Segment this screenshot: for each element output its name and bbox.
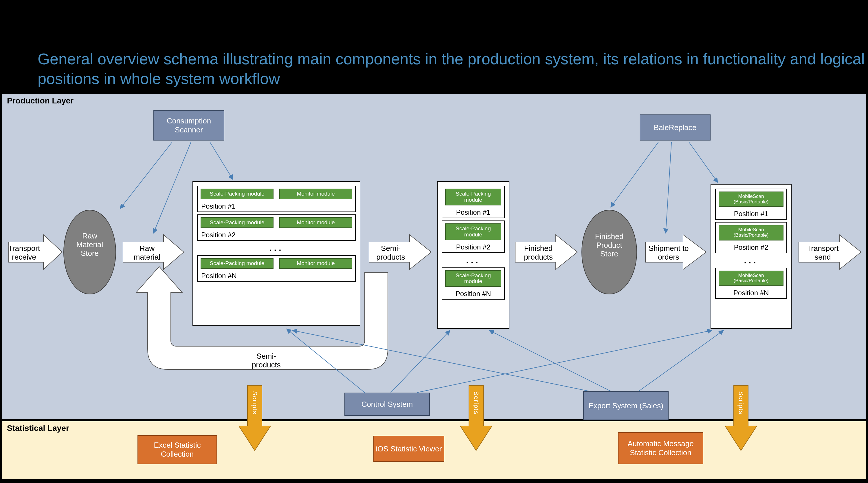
monitor-module: Monitor module: [279, 189, 352, 199]
position-c1: MobileScan (Basic/Portable) Position #1: [715, 189, 787, 220]
scripts-label-3: Scripts: [737, 391, 745, 415]
positions-group-a: Scale-Packing module Monitor module Posi…: [192, 181, 360, 326]
ios-statistic-node: iOS Statistic Viewer: [373, 436, 444, 462]
export-system-node: Export System (Sales): [583, 391, 669, 420]
position-label: Position #1: [445, 207, 501, 217]
recycle-label: Semi-products: [243, 352, 289, 369]
position-label: Position #2: [200, 230, 352, 239]
scale-packing-module: Scale-Packing module: [445, 189, 501, 205]
scale-packing-module: Scale-Packing module: [200, 217, 274, 228]
semi-products-label-top: Semi-products: [370, 244, 411, 262]
scale-packing-module: Scale-Packing module: [200, 258, 274, 269]
raw-material-label: Raw material: [130, 244, 164, 262]
mobilescan-module: MobileScan (Basic/Portable): [719, 192, 783, 207]
scripts-label-2: Scripts: [472, 391, 480, 415]
monitor-module: Monitor module: [279, 258, 352, 269]
ellipsis: ...: [466, 255, 480, 265]
excel-statistic-node: Excel Statistic Collection: [137, 435, 217, 464]
statistical-layer-title: Statistical Layer: [7, 424, 69, 433]
finished-products-label: Finished products: [520, 244, 557, 262]
position-label: Position #N: [445, 289, 501, 299]
scale-packing-module: Scale-Packing module: [200, 189, 274, 199]
automatic-message-node: Automatic Message Statistic Collection: [618, 432, 703, 464]
position-label: Position #2: [445, 242, 501, 252]
transport-send-label: Transport send: [803, 244, 842, 262]
raw-material-store-label: Raw Material Store: [69, 232, 110, 258]
position-c2: MobileScan (Basic/Portable) Position #2: [715, 222, 787, 253]
position-a2: Scale-Packing module Monitor module Posi…: [197, 215, 356, 241]
control-system-node: Control System: [344, 393, 430, 416]
mobilescan-module: MobileScan (Basic/Portable): [719, 271, 783, 286]
position-label: Position #N: [719, 288, 783, 297]
positions-group-c: MobileScan (Basic/Portable) Position #1 …: [711, 184, 792, 329]
ellipsis: ...: [744, 256, 758, 265]
position-label: Position #1: [200, 201, 352, 211]
position-b1: Scale-Packing module Position #1: [442, 186, 505, 218]
scale-packing-module: Scale-Packing module: [445, 223, 501, 240]
mobilescan-module: MobileScan (Basic/Portable): [719, 225, 783, 240]
position-label: Position #2: [719, 242, 783, 252]
position-an: Scale-Packing module Monitor module Posi…: [197, 255, 356, 282]
consumption-scanner-node: Consumption Scanner: [153, 110, 224, 141]
bale-replace-node: BaleReplace: [640, 114, 711, 141]
position-label: Position #1: [719, 209, 783, 219]
production-layer-title: Production Layer: [7, 96, 73, 106]
scripts-label-1: Scripts: [251, 391, 258, 415]
shipment-label: Shipment to orders: [647, 244, 690, 262]
positions-group-b: Scale-Packing module Position #1 Scale-P…: [437, 181, 509, 329]
position-label: Position #N: [200, 271, 352, 281]
ellipsis: ...: [269, 243, 283, 253]
monitor-module: Monitor module: [279, 217, 352, 228]
position-cn: MobileScan (Basic/Portable) Position #N: [715, 268, 787, 299]
position-bn: Scale-Packing module Position #N: [442, 267, 505, 300]
page-title: General overview schema illustrating mai…: [38, 49, 868, 88]
finished-product-store-label: Finished Product Store: [588, 232, 631, 258]
transport-receive-label: Transport receive: [5, 244, 43, 262]
position-a1: Scale-Packing module Monitor module Posi…: [197, 186, 356, 212]
position-b2: Scale-Packing module Position #2: [442, 221, 505, 253]
scale-packing-module: Scale-Packing module: [445, 270, 501, 287]
